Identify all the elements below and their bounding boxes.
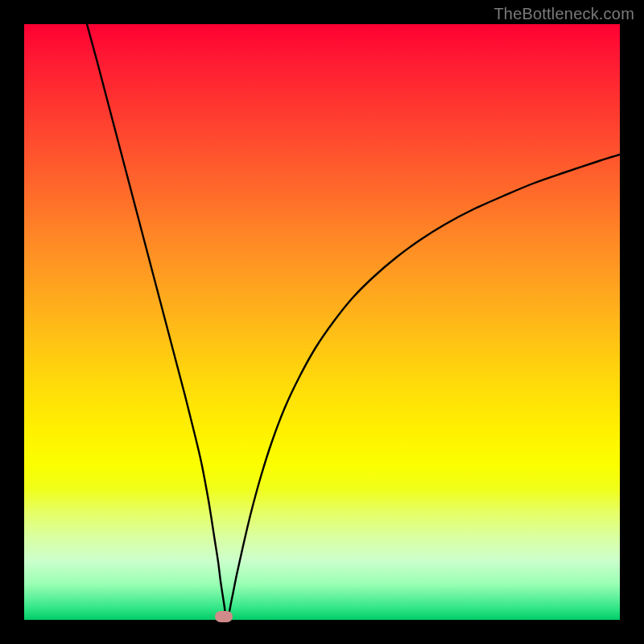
watermark-text: TheBottleneck.com [493,5,634,23]
minimum-marker [215,611,233,622]
bottleneck-curve [24,24,620,620]
